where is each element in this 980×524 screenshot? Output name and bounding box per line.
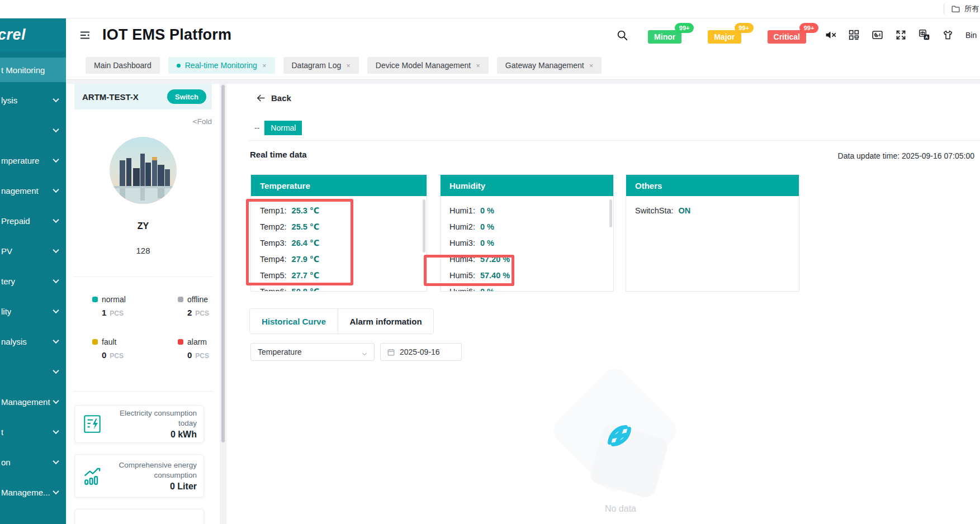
sidebar-item[interactable]: lity: [0, 299, 66, 323]
screen-record-icon[interactable]: [872, 29, 883, 41]
device-panel-header: ARTM-TEST-X Switch: [74, 84, 212, 109]
app-screen: 所有 crel t Monitoring lysis mperature nag…: [0, 0, 980, 524]
fullscreen-icon[interactable]: [895, 29, 907, 41]
status-alarm: alarm 0PCS: [178, 337, 220, 360]
chevron-down-icon: [53, 217, 59, 223]
critical-alarm-count-badge: 99+: [799, 23, 818, 33]
tab-gateway-management[interactable]: Gateway Management: [497, 57, 602, 74]
switch-device-button[interactable]: Switch: [167, 89, 206, 104]
sidebar-item[interactable]: [0, 359, 66, 384]
data-row: Humi5:57.40 %: [449, 267, 604, 283]
sidebar-item[interactable]: lysis: [0, 88, 66, 112]
chevron-down-icon: [53, 428, 59, 434]
data-row: Humi1:0 %: [449, 202, 604, 218]
data-row: Humi6:0 %: [449, 283, 604, 292]
sidebar-item[interactable]: t: [0, 420, 66, 444]
sidebar-item[interactable]: mperature: [0, 148, 66, 173]
folder-icon: [951, 4, 960, 14]
card-scrollbar[interactable]: [609, 199, 612, 227]
electricity-doc-icon: [82, 413, 103, 435]
sidebar-item[interactable]: [0, 118, 66, 142]
no-data-label: No data: [565, 504, 676, 514]
chevron-down-icon: [53, 96, 59, 102]
tab-device-model-management[interactable]: Device Model Management: [367, 57, 489, 74]
device-id-placeholder: --: [254, 123, 259, 132]
search-icon[interactable]: [616, 29, 628, 41]
data-row: Humi2:0 %: [449, 218, 604, 235]
carbon-emissions-card: Carbon emissions: [74, 509, 204, 524]
sidebar-menu: t Monitoring lysis mperature nagement Pr…: [0, 58, 66, 510]
card-scrollbar[interactable]: [423, 199, 425, 253]
date-picker[interactable]: 2025-09-16: [380, 343, 462, 361]
chevron-down-icon: [362, 349, 367, 355]
panel-scrollbar[interactable]: [221, 85, 225, 442]
chevron-down-icon: [53, 488, 59, 494]
data-update-time: Data update time: 2025-09-16 07:05:00: [838, 151, 974, 160]
bookmarks-label[interactable]: 所有: [964, 4, 979, 14]
others-card: Others SwitchSta:ON: [626, 174, 799, 292]
chevron-down-icon: [53, 458, 59, 464]
close-icon[interactable]: [262, 62, 267, 69]
section-title: Real time data: [250, 150, 307, 159]
mute-speaker-icon[interactable]: [825, 29, 836, 41]
sidebar: crel t Monitoring lysis mperature nageme…: [0, 18, 66, 524]
header-actions: Minor 99+ Major 99+ Critical 99+: [616, 27, 980, 44]
electricity-consumption-card: Electricity consumption today 0 kWh: [74, 405, 204, 443]
sidebar-item[interactable]: Prepaid: [0, 208, 66, 233]
device-panel: ARTM-TEST-X Switch <Fold: [67, 84, 220, 524]
divider: [73, 391, 213, 392]
divider: [73, 277, 213, 277]
alarm-status-dot: [178, 339, 183, 345]
metric-select[interactable]: Temperature: [250, 343, 375, 361]
sidebar-item[interactable]: tery: [0, 269, 66, 293]
card-title: Humidity: [441, 175, 613, 196]
user-name-label[interactable]: Bin: [965, 31, 980, 40]
translate-icon[interactable]: A: [919, 29, 930, 41]
metric-label: Comprehensive energy consumption: [106, 460, 197, 480]
tab-realtime-monitoring[interactable]: Real-time Monitoring: [168, 57, 275, 74]
close-icon[interactable]: [589, 62, 594, 69]
sidebar-item[interactable]: on: [0, 450, 66, 474]
metric-label: Electricity consumption today: [106, 408, 197, 428]
sidebar-item-monitoring[interactable]: t Monitoring: [0, 58, 66, 82]
status-normal: normal 1PCS: [92, 295, 178, 317]
metric-value: 0 Liter: [106, 482, 197, 492]
tab-alarm-information[interactable]: Alarm information: [338, 309, 433, 334]
bookmarks-divider: [944, 4, 944, 14]
page-title: IOT EMS Platform: [102, 26, 231, 44]
back-arrow-icon: [256, 93, 266, 103]
sidebar-item[interactable]: PV: [0, 239, 66, 263]
sidebar-item[interactable]: Management: [0, 389, 66, 414]
critical-alarm-button[interactable]: Critical 99+: [768, 30, 806, 44]
chevron-down-icon: [53, 307, 59, 313]
brand-logo: crel: [0, 18, 66, 51]
chevron-down-icon: [53, 247, 59, 253]
fault-status-dot: [92, 339, 98, 345]
data-row: SwitchSta:ON: [635, 202, 790, 218]
chevron-down-icon: [53, 277, 59, 283]
tab-datagram-log[interactable]: Datagram Log: [283, 57, 359, 74]
apps-grid-icon[interactable]: [848, 29, 860, 41]
sidebar-item[interactable]: Manageme...: [0, 480, 66, 504]
chevron-down-icon: [53, 337, 59, 344]
card-title: Temperature: [251, 175, 427, 196]
back-button[interactable]: Back: [256, 93, 291, 103]
status-fault: fault 0PCS: [92, 337, 178, 360]
tab-historical-curve[interactable]: Historical Curve: [250, 309, 338, 334]
tab-main-dashboard[interactable]: Main Dashboard: [86, 57, 160, 74]
metric-value: 0 kWh: [106, 430, 197, 440]
close-icon[interactable]: [476, 62, 480, 69]
chevron-down-icon: [53, 398, 59, 404]
major-alarm-button[interactable]: Major 99+: [708, 30, 741, 44]
shirt-icon[interactable]: [942, 29, 954, 41]
sidebar-item[interactable]: nagement: [0, 178, 66, 203]
fold-panel-link[interactable]: <Fold: [193, 117, 212, 126]
data-row: Temp4:27.9 ℃: [260, 251, 418, 267]
menu-fold-icon[interactable]: [79, 29, 91, 41]
chevron-down-icon: [53, 156, 59, 163]
minor-alarm-count-badge: 99+: [675, 23, 694, 33]
close-icon[interactable]: [346, 62, 351, 69]
minor-alarm-button[interactable]: Minor 99+: [648, 30, 681, 44]
trend-chart-icon: [82, 465, 103, 487]
sidebar-item[interactable]: nalysis: [0, 329, 66, 354]
